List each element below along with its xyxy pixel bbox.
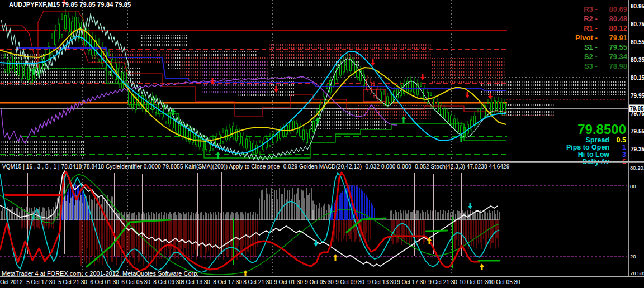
kumo-cloud-purple (202, 60, 269, 93)
indicator-min-label: 78.5824 (630, 270, 644, 276)
candle-body (233, 126, 234, 137)
pivot-row: S2 - 79.34 (569, 52, 627, 61)
price-axis[interactable]: 80.9580.7580.5580.3580.1579.9579.7579.55… (628, 0, 644, 161)
pivot-value: 79.55 (602, 42, 627, 52)
chart-title: AUDJPYFXF,M15 79.85 79.85 79.84 79.85 (9, 1, 131, 8)
time-axis[interactable]: 5 Oct 20125 Oct 17:305 Oct 21:306 Oct 01… (0, 277, 644, 288)
pivot-row: R3 - 80.69 (569, 4, 627, 14)
buy-arrow (171, 108, 176, 115)
sell-arrow (371, 59, 375, 66)
osc-red (0, 172, 480, 271)
entry-arrow-down (468, 203, 472, 209)
time-axis-label: 10 Oct 05:30 (488, 279, 520, 285)
kumo-cloud-white (0, 140, 84, 156)
entry-arrow-down (314, 240, 318, 247)
time-axis-label: 8 Oct 13:30 (181, 279, 210, 285)
current-price-display: 79.8500 (566, 123, 626, 136)
candle-body (219, 135, 221, 144)
candle-body (293, 121, 295, 130)
price-axis-label: 80.15 (631, 75, 644, 81)
candle-body (410, 80, 412, 91)
candle-body (437, 102, 439, 112)
pivot-row: S1 - 79.55 (569, 42, 627, 52)
pivot-row: Pivot - 79.91 (569, 33, 627, 42)
info-label: Spread (586, 137, 609, 143)
copyright-text: MetaTrader 4 at FOREX.com, c 2001-2012, … (2, 270, 198, 277)
candle-body (491, 102, 493, 113)
candle-body (55, 31, 56, 45)
candle-body (4, 58, 6, 70)
candle-body (306, 133, 308, 143)
mt4-chart-window: AUDJPYFXF,M15 79.85 79.85 79.84 79.85 R3… (0, 0, 644, 288)
pivot-panel: R3 - 80.69R2 - 80.48R1 - 80.12Pivot - 79… (569, 4, 627, 71)
candle-body (347, 59, 348, 70)
stoch-level-label: 20 (630, 253, 636, 260)
candle-body (243, 136, 244, 146)
time-axis-label: 5 Oct 2012 (0, 279, 22, 285)
candle-body (132, 95, 134, 108)
time-axis-label: 6 Oct 01:30 (90, 279, 119, 285)
candle-body (58, 24, 60, 39)
chart-canvas[interactable] (0, 0, 644, 288)
sell-arrow (465, 92, 470, 98)
info-value: 3 (609, 151, 626, 158)
candle-body (239, 133, 241, 143)
candle-body (11, 56, 13, 69)
time-axis-label: 5 Oct 17:30 (26, 279, 55, 285)
buy-arrow (216, 152, 220, 159)
stoch-level-label: 80 (630, 183, 636, 189)
candle-body (31, 71, 33, 82)
candle-body (246, 139, 248, 148)
candle-body (343, 61, 345, 72)
time-axis-label: 8 Oct 09:30 (153, 279, 182, 285)
time-axis-label: 8 Oct 17:30 (213, 279, 242, 285)
price-axis-label: 80.55 (631, 39, 644, 45)
info-row: Hi to Low3 (566, 151, 626, 158)
candle-body (350, 60, 352, 71)
candle-body (310, 130, 311, 139)
time-axis-label: 10 Oct 01:30 (459, 279, 491, 285)
price-axis-label: 80.75 (631, 21, 644, 27)
candle-body (303, 130, 305, 140)
candle-body (21, 66, 23, 79)
candle-body (105, 52, 107, 68)
indicator-axis[interactable]: 80.2013802078.5824 (628, 163, 644, 276)
panel-separator-top[interactable] (0, 161, 644, 163)
price-axis-label: 80.95 (631, 3, 644, 9)
price-axis-label: 79.55 (631, 128, 644, 135)
pivot-label: S2 - (569, 52, 598, 61)
candle-body (172, 116, 174, 128)
candle-body (266, 139, 268, 148)
pivot-value: 79.34 (602, 52, 627, 61)
candle-body (253, 143, 254, 152)
pivot-value: 78.98 (602, 61, 627, 71)
info-row: Pips to Open1 (566, 144, 626, 151)
pivot-value: 80.69 (602, 4, 627, 14)
pivot-value: 80.48 (602, 14, 627, 23)
candle-body (451, 116, 452, 125)
price-axis-label: 79.95 (631, 93, 644, 99)
kumo-cloud-white (502, 103, 555, 117)
kumo-cloud-white (140, 35, 188, 46)
pivot-value: 79.91 (602, 33, 627, 42)
candle-body (15, 60, 16, 72)
pivot-row: R2 - 80.48 (569, 14, 627, 23)
kumo-cloud-red (268, 42, 431, 59)
candle-body (18, 63, 20, 75)
kumo-cloud-red (92, 49, 174, 64)
entry-arrow-up (480, 263, 484, 270)
price-axis-label: 80.35 (631, 57, 644, 63)
candle-body (226, 130, 228, 140)
pivot-label: S1 - (569, 42, 598, 52)
candle-body (461, 126, 462, 135)
kumo-cloud-red (358, 105, 431, 120)
info-label: Hi to Low (578, 151, 609, 158)
candle-body (390, 94, 392, 104)
candle-body (477, 112, 479, 123)
candle-body (229, 128, 231, 138)
entry-arrow-up (333, 254, 338, 261)
candle-body (75, 17, 77, 31)
time-axis-label: 9 Oct 17:30 (397, 279, 426, 285)
candle-body (380, 92, 382, 101)
candle-body (269, 137, 271, 146)
